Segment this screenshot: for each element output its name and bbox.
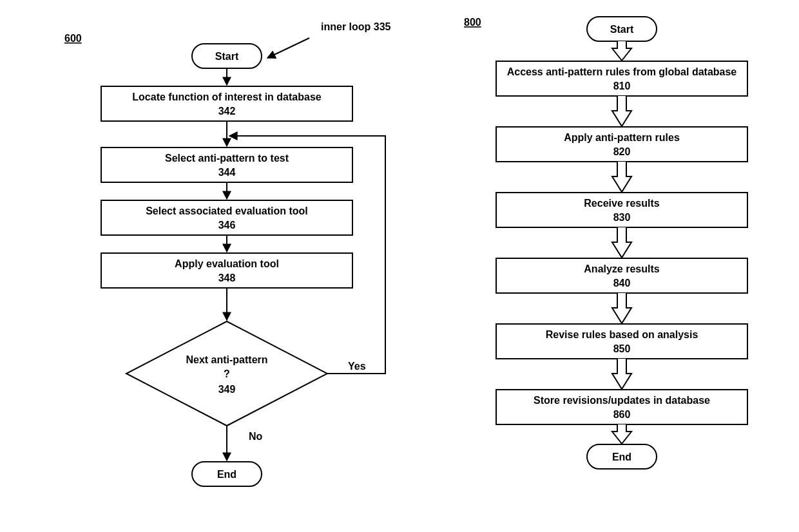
box-850-num: 850 [613,343,631,354]
inner-loop-label: inner loop 335 [321,21,391,32]
open-arrow-810-820 [612,96,631,126]
box-830-num: 830 [613,212,631,223]
box-860-num: 860 [613,409,631,420]
open-arrow-840-850 [612,293,631,323]
end-label-600: End [217,469,236,480]
box-830-title: Receive results [584,198,660,209]
decision-349-num: 349 [218,384,236,395]
box-820-num: 820 [613,146,631,157]
box-346-num: 346 [218,220,236,231]
box-840-num: 840 [613,278,631,289]
open-arrow-start-810 [612,41,631,61]
flowchart-diagram: 600 inner loop 335 Start Locate function… [0,0,799,532]
figure-number-800: 800 [464,17,481,28]
box-810-num: 810 [613,81,631,91]
open-arrow-850-860 [612,359,631,389]
box-344-title: Select anti-pattern to test [165,153,289,164]
decision-349-line1: Next anti-pattern [186,354,267,365]
decision-349-line2: ? [224,368,230,379]
yes-label: Yes [348,361,366,372]
box-342-num: 342 [218,106,236,117]
box-820-title: Apply anti-pattern rules [564,132,680,143]
open-arrow-830-840 [612,227,631,258]
start-label-600: Start [215,51,239,62]
figure-number-600: 600 [64,33,82,44]
box-344-num: 344 [218,167,236,178]
open-arrow-860-end [612,424,631,444]
box-342-title: Locate function of interest in database [132,91,321,102]
box-346-title: Select associated evaluation tool [146,205,308,216]
box-348-num: 348 [218,272,236,283]
no-label: No [249,431,263,442]
box-860-title: Store revisions/updates in database [534,395,710,406]
start-label-800: Start [610,24,634,35]
inner-loop-arrow [267,38,309,58]
open-arrow-820-830 [612,162,631,192]
end-label-800: End [612,451,631,462]
box-840-title: Analyze results [584,263,659,274]
box-850-title: Revise rules based on analysis [546,329,698,340]
box-348-title: Apply evaluation tool [175,258,279,269]
box-810-title: Access anti-pattern rules from global da… [507,66,737,77]
